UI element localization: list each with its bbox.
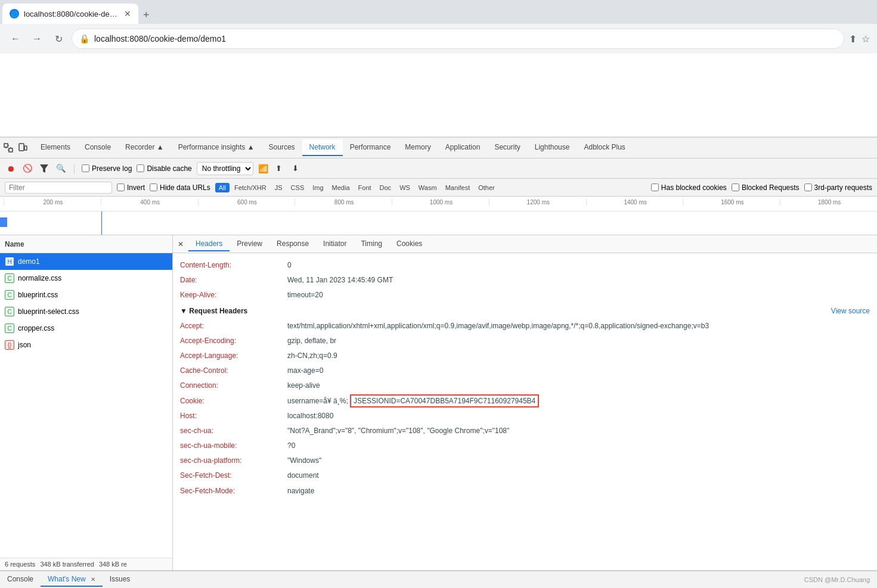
devtools-tab-bar: Elements Console Recorder ▲ Performance …: [0, 138, 877, 158]
view-source-button[interactable]: View source: [831, 307, 870, 315]
upload-icon[interactable]: ⬆: [273, 163, 285, 175]
offline-icon[interactable]: 📶: [258, 164, 268, 173]
filter-img[interactable]: Img: [309, 183, 327, 192]
header-name-connection: Connection:: [180, 380, 287, 391]
clear-button[interactable]: 🚫: [21, 163, 33, 175]
details-tab-timing[interactable]: Timing: [354, 237, 389, 251]
file-item-blueprint[interactable]: C blueprint.css: [0, 287, 172, 303]
details-tab-preview[interactable]: Preview: [230, 237, 269, 251]
invert-label[interactable]: Invert: [117, 183, 145, 192]
details-tab-headers[interactable]: Headers: [188, 237, 230, 251]
address-bar[interactable]: 🔒: [72, 29, 844, 49]
header-name-sec-ch-ua-platform: sec-ch-ua-platform:: [180, 455, 287, 466]
download-icon[interactable]: ⬇: [290, 163, 302, 175]
disable-cache-checkbox[interactable]: [137, 164, 144, 172]
new-tab-button[interactable]: +: [138, 7, 154, 24]
filter-input[interactable]: [5, 182, 112, 194]
file-item-json[interactable]: {} json: [0, 337, 172, 353]
request-headers-section[interactable]: ▼ Request Headers View source: [180, 303, 870, 319]
filter-ws[interactable]: WS: [396, 183, 414, 192]
total-size: 348 kB re: [99, 561, 127, 568]
blocked-requests-checkbox[interactable]: [732, 183, 739, 191]
separator-1: [74, 164, 75, 173]
tab-sources[interactable]: Sources: [262, 139, 302, 156]
url-input[interactable]: [94, 34, 836, 43]
disable-cache-label[interactable]: Disable cache: [137, 164, 191, 173]
browser-tab-active[interactable]: 🌐 localhost:8080/cookie-demo/ ✕: [2, 4, 138, 24]
filter-js[interactable]: JS: [271, 183, 286, 192]
timeline-mark-1400: 1400 ms: [586, 199, 683, 206]
file-name-demo1: demo1: [18, 257, 40, 266]
header-value-sec-fetch-dest: document: [287, 470, 319, 481]
bottom-tab-console[interactable]: Console: [0, 573, 41, 587]
throttle-select[interactable]: No throttling Fast 3G Slow 3G: [197, 162, 253, 175]
whats-new-close-icon[interactable]: ✕: [91, 576, 95, 583]
tab-performance[interactable]: Performance: [343, 139, 398, 156]
third-party-requests-label[interactable]: 3rd-party requests: [804, 183, 872, 192]
has-blocked-cookies-text: Has blocked cookies: [661, 183, 727, 192]
blocked-requests-label[interactable]: Blocked Requests: [732, 183, 799, 192]
header-name-accept-encoding: Accept-Encoding:: [180, 335, 287, 347]
tab-security[interactable]: Security: [487, 139, 527, 156]
tab-network[interactable]: Network: [302, 139, 343, 156]
tab-title: localhost:8080/cookie-demo/: [24, 10, 119, 18]
has-blocked-cookies-checkbox[interactable]: [651, 183, 659, 191]
bottom-tab-whats-new[interactable]: What's New ✕: [41, 573, 103, 587]
details-tab-response[interactable]: Response: [269, 237, 316, 251]
details-tab-cookies[interactable]: Cookies: [389, 237, 429, 251]
bookmark-icon[interactable]: ☆: [861, 33, 870, 45]
hide-data-urls-checkbox[interactable]: [150, 183, 157, 191]
tab-performance-insights[interactable]: Performance insights ▲: [171, 139, 262, 156]
transferred-size: 348 kB transferred: [40, 561, 94, 568]
tab-close-button[interactable]: ✕: [124, 9, 131, 18]
tab-application[interactable]: Application: [438, 139, 488, 156]
tab-adblock-plus[interactable]: Adblock Plus: [577, 139, 632, 156]
tab-elements[interactable]: Elements: [33, 139, 78, 156]
hide-data-urls-label[interactable]: Hide data URLs: [150, 183, 210, 192]
header-value-sec-ch-ua-platform: "Windows": [287, 455, 321, 466]
details-close-button[interactable]: ✕: [173, 238, 188, 251]
third-party-requests-checkbox[interactable]: [804, 183, 812, 191]
filter-other[interactable]: Other: [475, 183, 498, 192]
file-list-header: Name: [0, 235, 172, 253]
header-value-sec-ch-ua-mobile: ?0: [287, 440, 295, 452]
filter-all[interactable]: All: [215, 183, 230, 192]
filter-manifest[interactable]: Manifest: [442, 183, 474, 192]
filter-button[interactable]: [38, 163, 50, 175]
tab-memory[interactable]: Memory: [398, 139, 438, 156]
bottom-tab-issues[interactable]: Issues: [103, 573, 138, 587]
record-button[interactable]: ⏺: [5, 163, 17, 175]
file-item-blueprint-select[interactable]: C blueprint-select.css: [0, 303, 172, 320]
header-accept-language: Accept-Language: zh-CN,zh;q=0.9: [180, 349, 870, 363]
filter-wasm[interactable]: Wasm: [415, 183, 441, 192]
search-button[interactable]: 🔍: [55, 163, 67, 175]
header-keep-alive: Keep-Alive: timeout=20: [180, 288, 870, 303]
timeline-area: 200 ms 400 ms 600 ms 800 ms 1000 ms 1200…: [0, 197, 877, 235]
has-blocked-cookies-label[interactable]: Has blocked cookies: [651, 183, 727, 192]
disable-cache-text: Disable cache: [147, 164, 191, 173]
preserve-log-checkbox[interactable]: [82, 164, 89, 172]
forward-button[interactable]: →: [29, 30, 45, 47]
invert-checkbox[interactable]: [117, 183, 125, 191]
share-icon[interactable]: ⬆: [849, 33, 857, 45]
details-tab-initiator[interactable]: Initiator: [316, 237, 354, 251]
filter-media[interactable]: Media: [329, 183, 354, 192]
filter-css[interactable]: CSS: [287, 183, 308, 192]
filter-doc[interactable]: Doc: [376, 183, 395, 192]
inspect-mode-button[interactable]: [2, 142, 14, 154]
device-toolbar-button[interactable]: [17, 142, 29, 154]
tab-console[interactable]: Console: [78, 139, 118, 156]
file-item-normalize[interactable]: C normalize.css: [0, 270, 172, 287]
filter-font[interactable]: Font: [355, 183, 375, 192]
timeline-mark-1000: 1000 ms: [392, 199, 489, 206]
file-item-cropper[interactable]: C cropper.css: [0, 320, 172, 337]
tab-lighthouse[interactable]: Lighthouse: [528, 139, 577, 156]
filter-fetch-xhr[interactable]: Fetch/XHR: [231, 183, 270, 192]
back-button[interactable]: ←: [7, 30, 24, 47]
tab-recorder[interactable]: Recorder ▲: [118, 139, 171, 156]
header-name-host: Host:: [180, 410, 287, 422]
file-item-demo1[interactable]: H demo1: [0, 253, 172, 270]
filter-type-bar: All Fetch/XHR JS CSS Img Media Font Doc …: [215, 183, 498, 192]
reload-button[interactable]: ↻: [50, 30, 67, 47]
preserve-log-label[interactable]: Preserve log: [82, 164, 132, 173]
